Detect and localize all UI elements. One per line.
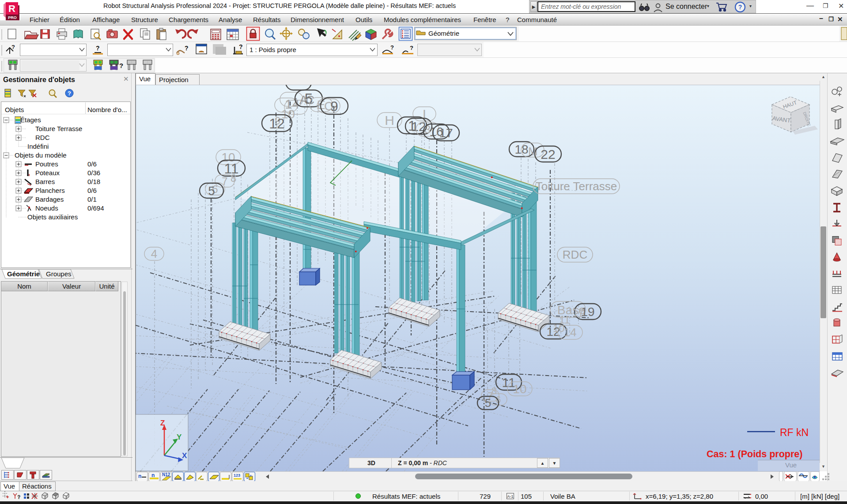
svg-text:Barres: Barres [35,178,55,185]
svg-text:10: 10 [513,382,526,396]
svg-text:0/6: 0/6 [87,160,97,168]
svg-text:?: ? [390,44,394,51]
svg-text:?: ? [119,62,123,69]
svg-text:1 : Poids propre: 1 : Poids propre [250,46,296,53]
svg-text:0/18: 0/18 [87,178,100,185]
svg-text:Noeuds: Noeuds [35,204,58,212]
svg-text:12: 12 [546,325,560,339]
svg-text:RDC: RDC [35,134,50,141]
svg-text:X: X [182,451,187,460]
svg-text:22: 22 [541,147,555,162]
svg-text:n: n [138,473,141,479]
svg-text:Poutres: Poutres [35,160,58,168]
svg-text:?: ? [239,43,243,50]
svg-text:123: 123 [234,473,240,478]
svg-text:Toiture Terrasse: Toiture Terrasse [536,180,617,193]
svg-text:Y: Y [177,433,182,441]
svg-text:?: ? [11,44,15,50]
svg-text:M: M [528,145,538,158]
svg-text:Planchers: Planchers [35,187,65,194]
svg-text:Vue: Vue [4,482,15,490]
svg-text:RF kN: RF kN [780,427,809,438]
svg-text:17: 17 [572,307,584,319]
svg-text:18: 18 [514,143,528,156]
svg-text:n: n [151,472,155,478]
svg-text:R: R [8,3,15,14]
svg-text:Indéfini: Indéfini [27,143,49,150]
svg-text:4: 4 [151,247,157,260]
svg-text:5: 5 [208,184,215,198]
svg-text:Toiture Terrasse: Toiture Terrasse [35,125,82,132]
svg-text:14: 14 [564,326,577,339]
svg-text:Réactions: Réactions [22,482,52,490]
svg-text:0/1: 0/1 [87,196,97,203]
svg-text:Poteaux: Poteaux [35,169,60,177]
svg-text:Cas: 1 (Poids propre): Cas: 1 (Poids propre) [707,449,802,459]
svg-text:?: ? [96,45,100,52]
svg-text:Z: Z [160,419,165,427]
svg-text:?: ? [68,90,71,97]
svg-text:?: ? [185,45,189,52]
svg-text:9: 9 [330,98,338,114]
svg-text:?: ? [410,45,413,51]
svg-text:Géométrie: Géométrie [7,270,40,278]
svg-text:RDC: RDC [563,248,587,261]
svg-text:7: 7 [222,175,227,187]
svg-text:Objets du modèle: Objets du modèle [15,151,67,159]
svg-text:Objets auxiliaires: Objets auxiliaires [27,213,78,221]
svg-text:N12: N12 [162,472,170,477]
svg-text:5: 5 [305,90,313,107]
svg-text:?: ? [738,4,742,11]
svg-text:H: H [385,113,394,128]
svg-text:0/36: 0/36 [87,169,100,177]
svg-text:12: 12 [269,116,285,132]
svg-text:0/694: 0/694 [87,204,104,212]
svg-text:Géométrie: Géométrie [428,30,459,37]
svg-text:0/6: 0/6 [87,187,97,194]
svg-text:17: 17 [439,126,453,140]
svg-text:?: ? [18,495,20,500]
svg-text:Groupes: Groupes [46,270,72,278]
svg-text:PRO: PRO [8,15,17,20]
svg-text:5: 5 [485,396,491,410]
svg-text:Étages: Étages [20,116,41,124]
svg-text:Bardages: Bardages [35,196,64,203]
